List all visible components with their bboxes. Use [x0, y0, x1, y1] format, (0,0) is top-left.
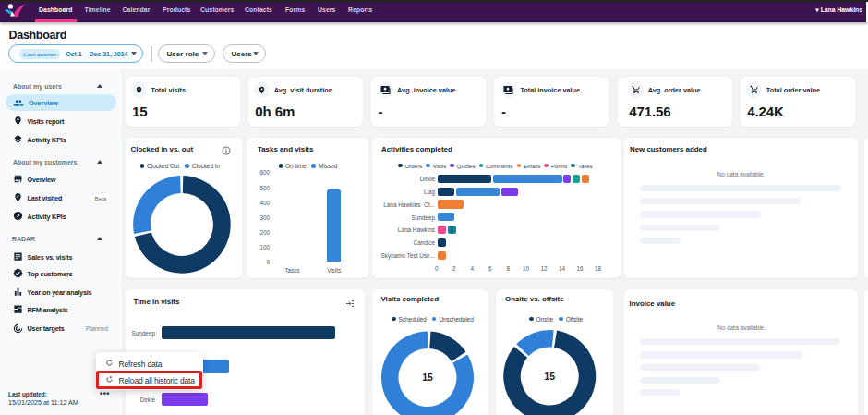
svg-text:15: 15 — [544, 370, 555, 381]
svg-text:15: 15 — [422, 372, 433, 383]
